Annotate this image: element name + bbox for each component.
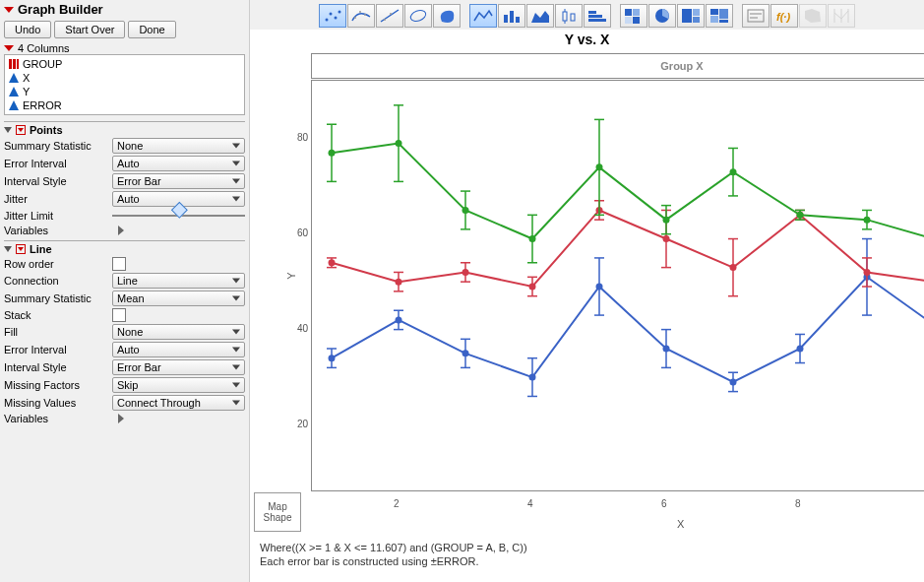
svg-point-141 [462, 207, 469, 214]
line-interval-style-select[interactable]: Error Bar [112, 359, 245, 375]
svg-point-8 [384, 19, 386, 21]
plot-area: Group X Group Y Wrap Overlay: GROUP Colo… [250, 53, 924, 555]
columns-disclosure-icon[interactable] [4, 45, 14, 51]
svg-rect-34 [748, 10, 764, 22]
svg-point-137 [396, 140, 402, 147]
svg-point-61 [596, 284, 603, 291]
panel-title: Graph Builder [18, 2, 103, 17]
line-summary-stat-select[interactable]: Mean [112, 291, 245, 306]
svg-line-7 [381, 10, 399, 22]
svg-point-4 [354, 17, 356, 19]
column-y: Y [9, 85, 240, 98]
svg-marker-14 [531, 11, 549, 23]
fill-select[interactable]: None [112, 324, 245, 340]
svg-rect-18 [571, 14, 575, 21]
svg-point-73 [797, 346, 804, 353]
svg-point-53 [462, 350, 469, 356]
treemap-element-button[interactable] [677, 4, 705, 28]
connection-select[interactable]: Line [112, 273, 245, 289]
points-section-title: Points [30, 124, 63, 136]
points-element-button[interactable] [319, 4, 346, 28]
y-axis-label[interactable]: Y [285, 272, 297, 279]
x-tick: 8 [795, 498, 801, 509]
svg-rect-24 [625, 17, 632, 24]
continuous-icon [9, 100, 19, 110]
svg-rect-30 [710, 9, 718, 15]
svg-point-89 [329, 259, 336, 266]
svg-rect-11 [504, 15, 508, 23]
left-panel: Graph Builder Undo Start Over Done 4 Col… [0, 0, 250, 582]
jitter-limit-slider[interactable] [112, 209, 245, 223]
svg-rect-13 [516, 17, 520, 23]
columns-list[interactable]: GROUP X Y ERROR [4, 54, 245, 115]
svg-point-93 [396, 279, 402, 286]
map-element-button[interactable] [799, 4, 827, 28]
element-toolbar: f(·) [250, 0, 924, 30]
svg-marker-38 [805, 9, 821, 23]
svg-point-101 [529, 284, 536, 291]
svg-text:f(·): f(·) [776, 11, 790, 23]
caption-element-button[interactable] [742, 4, 770, 28]
svg-point-109 [663, 235, 670, 242]
svg-rect-20 [588, 11, 596, 14]
parallel-element-button[interactable] [828, 4, 855, 28]
svg-point-69 [730, 378, 737, 385]
right-panel: f(·) Y vs. X Group X Group Y Wrap Overla… [250, 0, 924, 582]
smoother-element-button[interactable] [347, 4, 375, 28]
heatmap-element-button[interactable] [620, 4, 647, 28]
x-tick: 4 [527, 498, 533, 509]
x-axis-label[interactable]: X [677, 518, 684, 530]
svg-point-6 [364, 14, 366, 16]
points-hotspot-icon[interactable] [16, 125, 26, 135]
svg-rect-27 [682, 9, 692, 23]
undo-button[interactable]: Undo [4, 21, 51, 38]
pie-element-button[interactable] [648, 4, 676, 28]
contour-element-button[interactable] [433, 4, 461, 28]
points-variables-expand-icon[interactable] [118, 226, 124, 235]
points-summary-stat-select[interactable]: None [112, 138, 245, 154]
x-tick: 6 [661, 498, 667, 509]
columns-header: 4 Columns [18, 42, 70, 54]
start-over-button[interactable]: Start Over [54, 21, 125, 38]
line-variables-expand-icon[interactable] [118, 414, 124, 423]
area-element-button[interactable] [526, 4, 554, 28]
disclosure-icon[interactable] [4, 7, 14, 13]
boxplot-element-button[interactable] [555, 4, 583, 28]
svg-point-121 [864, 269, 871, 276]
line-disclosure-icon[interactable] [4, 246, 12, 252]
map-shape-zone[interactable]: Map Shape [254, 492, 301, 532]
stack-checkbox[interactable] [112, 308, 126, 322]
y-tick: 40 [297, 323, 308, 334]
line-element-button[interactable] [469, 4, 497, 28]
points-interval-style-select[interactable]: Error Bar [112, 173, 245, 189]
svg-point-97 [462, 269, 469, 276]
missing-factors-select[interactable]: Skip [112, 377, 245, 393]
plot-frame[interactable] [311, 80, 924, 491]
points-error-interval-select[interactable]: Auto [112, 156, 245, 171]
svg-point-149 [596, 163, 603, 170]
line-error-interval-select[interactable]: Auto [112, 342, 245, 357]
done-button[interactable]: Done [128, 21, 175, 38]
points-disclosure-icon[interactable] [4, 127, 12, 133]
line-of-fit-element-button[interactable] [376, 4, 403, 28]
bar-element-button[interactable] [498, 4, 525, 28]
svg-rect-29 [693, 17, 700, 23]
svg-rect-19 [588, 15, 602, 18]
svg-point-2 [335, 17, 338, 20]
x-tick: 2 [394, 498, 400, 509]
line-section-title: Line [30, 243, 52, 255]
footnotes: Where((X >= 1 & X <= 11.607) and (GROUP … [254, 536, 527, 569]
mosaic-element-button[interactable] [706, 4, 733, 28]
row-order-checkbox[interactable] [112, 257, 126, 271]
formula-element-button[interactable]: f(·) [770, 4, 798, 28]
svg-rect-25 [633, 17, 640, 24]
group-x-zone[interactable]: Group X [311, 53, 924, 79]
missing-values-select[interactable]: Connect Through [112, 395, 245, 411]
continuous-icon [9, 87, 19, 97]
histogram-element-button[interactable] [584, 4, 611, 28]
ellipse-element-button[interactable] [404, 4, 432, 28]
line-hotspot-icon[interactable] [16, 244, 26, 254]
svg-point-153 [663, 217, 670, 224]
chart-title[interactable]: Y vs. X [250, 30, 924, 53]
column-x: X [9, 71, 240, 85]
